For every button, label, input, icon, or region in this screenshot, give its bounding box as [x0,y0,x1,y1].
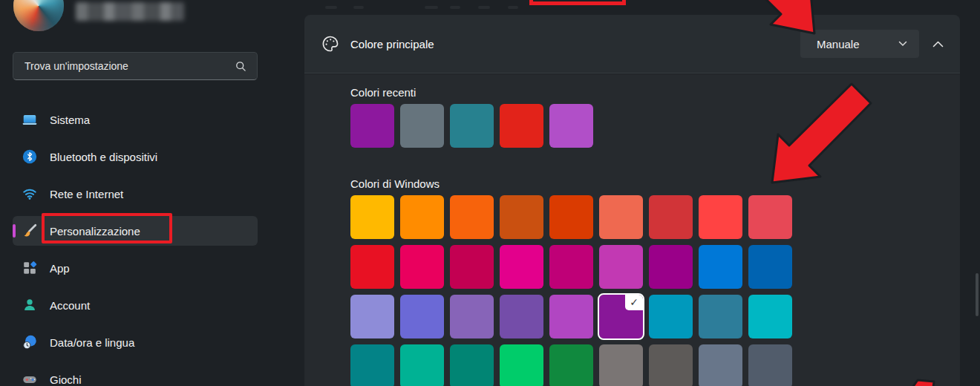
sidebar-item-account[interactable]: Account [13,290,258,320]
user-name-redacted [76,2,184,21]
windows-color-swatch[interactable] [599,245,643,289]
apps-icon [22,260,38,276]
datetime-icon [22,334,38,350]
windows-color-swatch[interactable] [450,195,494,239]
windows-color-swatch[interactable] [400,195,444,239]
annotation-box-personalization [42,213,172,243]
windows-color-swatch[interactable] [549,295,593,338]
windows-color-swatch[interactable] [400,295,444,338]
windows-color-swatch[interactable] [649,295,693,338]
selected-indicator-pill [13,224,16,238]
sidebar-item-label: Giochi [50,373,82,386]
topstrip-remnant [353,6,364,9]
network-icon [22,186,38,202]
annotation-box-top-nav [529,0,626,5]
topstrip-remnant [478,6,490,9]
sidebar-item-label: Account [50,299,90,312]
windows-color-swatch[interactable] [500,295,543,338]
windows-color-swatch[interactable] [699,195,742,239]
windows-colors-grid: ✓ [350,195,792,386]
primary-color-expander[interactable]: Colore principale Manuale [304,15,960,73]
windows-color-swatch[interactable] [350,195,394,239]
windows-color-swatch-selected[interactable]: ✓ [599,295,643,338]
windows-color-swatch[interactable] [500,195,543,239]
recent-colors-row [350,104,593,148]
sidebar-item-rete-e-internet[interactable]: Rete e Internet [13,179,258,209]
sidebar-nav: SistemaBluetooth e dispositiviRete e Int… [13,105,258,386]
account-icon [22,297,38,313]
windows-color-swatch[interactable] [748,344,792,386]
windows-color-swatch[interactable] [450,245,494,289]
recent-color-swatch[interactable] [500,104,543,148]
topstrip-remnant [425,6,438,9]
games-icon [22,371,38,386]
system-icon [22,111,38,128]
recent-color-swatch[interactable] [450,104,494,148]
user-avatar[interactable] [13,0,64,31]
sidebar-item-label: Sistema [50,114,90,126]
sidebar-item-giochi[interactable]: Giochi [13,364,258,386]
windows-color-swatch[interactable] [350,344,394,386]
sidebar-item-label: Bluetooth e dispositivi [50,151,157,163]
windows-color-swatch[interactable] [748,295,792,338]
windows-color-swatch[interactable] [350,245,394,289]
windows-color-swatch[interactable] [649,245,693,289]
windows-color-swatch[interactable] [450,295,494,338]
search-icon [235,60,247,76]
search-input[interactable] [13,53,257,79]
sidebar-item-label: Rete e Internet [50,188,123,200]
windows-color-swatch[interactable] [699,295,742,338]
windows-color-swatch[interactable] [748,245,792,289]
windows-color-swatch[interactable] [500,245,543,289]
scrollbar-thumb[interactable] [976,273,979,316]
recent-color-swatch[interactable] [549,104,593,148]
recent-colors-label: Colori recenti [350,86,416,99]
recent-color-swatch[interactable] [350,104,394,148]
windows-color-swatch[interactable] [549,245,593,289]
windows-color-swatch[interactable] [599,195,643,239]
windows-color-swatch[interactable] [400,245,444,289]
sidebar-item-data-ora-e-lingua[interactable]: Data/ora e lingua [13,327,258,357]
windows-color-swatch[interactable] [450,344,494,386]
accent-mode-dropdown[interactable]: Manuale [800,30,919,58]
sidebar-item-label: App [50,262,70,275]
windows-color-swatch[interactable] [699,344,742,386]
topstrip-remnant [508,6,518,9]
primary-color-panel: Colori recenti Colori di Windows ✓ [304,74,960,386]
recent-color-swatch[interactable] [400,104,444,148]
windows-color-swatch[interactable] [350,295,394,338]
chevron-down-icon [898,41,907,47]
bluetooth-icon [22,148,38,165]
check-icon: ✓ [625,295,643,310]
personalization-icon [22,223,38,239]
windows-colors-label: Colori di Windows [350,177,440,190]
sidebar-item-sistema[interactable]: Sistema [13,105,258,134]
sidebar-item-bluetooth-e-dispositivi[interactable]: Bluetooth e dispositivi [13,142,258,171]
windows-color-swatch[interactable] [599,344,643,386]
sidebar-item-label: Data/ora e lingua [50,336,134,349]
windows-color-swatch[interactable] [400,344,444,386]
dropdown-value: Manuale [817,38,898,50]
windows-color-swatch[interactable] [500,344,543,386]
windows-color-swatch[interactable] [748,195,792,239]
windows-color-swatch[interactable] [549,344,593,386]
palette-icon [321,34,340,53]
windows-color-swatch[interactable] [649,195,693,239]
sidebar-item-app[interactable]: App [13,253,258,283]
windows-color-swatch[interactable] [649,344,693,386]
settings-sidebar: SistemaBluetooth e dispositiviRete e Int… [0,0,295,386]
section-title: Colore principale [350,38,434,50]
topstrip-remnant [450,6,460,9]
topstrip-remnant [325,6,337,9]
chevron-up-icon[interactable] [932,41,944,48]
search-box[interactable] [13,52,258,80]
windows-color-swatch[interactable] [549,195,593,239]
windows-color-swatch[interactable] [699,245,742,289]
